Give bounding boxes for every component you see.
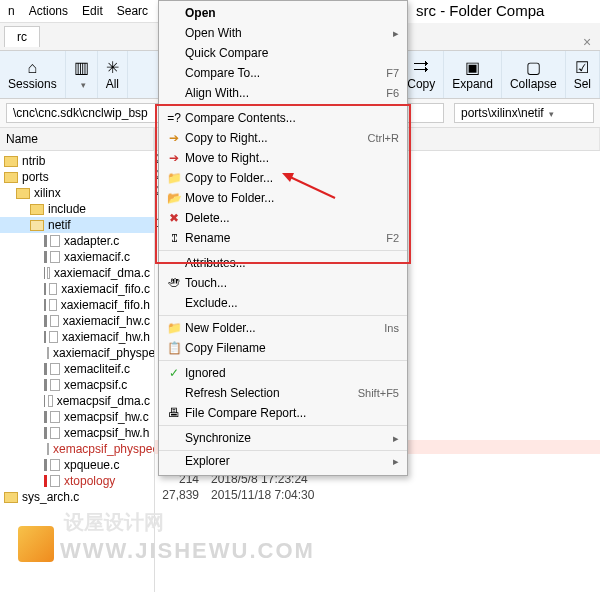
touch-icon: 🖑 [163, 276, 185, 290]
diff-bar-icon [44, 283, 46, 295]
file-node[interactable]: xemacpsif_physpeed [0, 441, 154, 457]
folder-node[interactable]: sys_arch.c [0, 489, 154, 505]
diff-bar-icon [44, 427, 47, 439]
file-icon [50, 251, 60, 263]
home-icon: ⌂ [28, 59, 38, 77]
ctx-copy-filename[interactable]: 📋Copy Filename [159, 338, 407, 358]
ctx-open[interactable]: Open [159, 3, 407, 23]
print-icon: 🖶 [163, 406, 185, 420]
file-icon [47, 267, 50, 279]
file-node[interactable]: xaxiemacif_hw.c [0, 313, 154, 329]
collapse-icon: ▢ [526, 59, 541, 77]
ctx-report[interactable]: 🖶File Compare Report... [159, 403, 407, 423]
folder-icon [4, 172, 18, 183]
folder-copy-icon: 📁 [163, 171, 185, 185]
file-icon [50, 475, 60, 487]
diff-bar-icon [44, 299, 46, 311]
ctx-move-to-folder[interactable]: 📂Move to Folder... [159, 188, 407, 208]
menu-item[interactable]: Searc [117, 4, 148, 18]
arrow-right-icon: ➔ [163, 131, 185, 145]
ctx-new-folder[interactable]: 📁New Folder...Ins [159, 318, 407, 338]
ctx-copy-to-right[interactable]: ➔Copy to Right...Ctrl+R [159, 128, 407, 148]
file-node[interactable]: xemacpsif_hw.h [0, 425, 154, 441]
file-icon [49, 299, 57, 311]
file-node[interactable]: xaxiemacif_dma.c [0, 265, 154, 281]
menu-item[interactable]: n [8, 4, 15, 18]
file-node[interactable]: xaxiemacif.c [0, 249, 154, 265]
compare-icon: =? [163, 111, 185, 125]
file-icon [50, 235, 60, 247]
diff-bar-icon [44, 235, 47, 247]
ctx-ignored[interactable]: ✓Ignored [159, 363, 407, 383]
diff-bar-icon [44, 475, 47, 487]
file-node[interactable]: xpqueue.c [0, 457, 154, 473]
copy-icon: ⮆ [413, 59, 429, 77]
file-icon [50, 315, 59, 327]
menu-item[interactable]: Actions [29, 4, 68, 18]
ctx-refresh[interactable]: Refresh SelectionShift+F5 [159, 383, 407, 403]
ctx-quick-compare[interactable]: Quick Compare [159, 43, 407, 63]
copy-name-icon: 📋 [163, 341, 185, 355]
folder-icon [16, 188, 30, 199]
file-icon [49, 283, 57, 295]
collapse-button[interactable]: ▢Collapse [502, 51, 566, 98]
ctx-align-with[interactable]: Align With...F6 [159, 83, 407, 103]
folder-icon [30, 220, 44, 231]
ctx-compare-to[interactable]: Compare To...F7 [159, 63, 407, 83]
ctx-delete[interactable]: ✖Delete... [159, 208, 407, 228]
diff-bar-icon [44, 315, 47, 327]
file-node[interactable]: xemacpsif.c [0, 377, 154, 393]
folder-icon [4, 156, 18, 167]
col-name[interactable]: Name [0, 128, 154, 150]
file-node[interactable]: xemacpsif_hw.c [0, 409, 154, 425]
chevron-down-icon: ▾ [81, 80, 86, 90]
ctx-touch[interactable]: 🖑Touch... [159, 273, 407, 293]
ctx-open-with[interactable]: Open With▸ [159, 23, 407, 43]
select-button[interactable]: ☑Sel [566, 51, 600, 98]
expand-button[interactable]: ▣Expand [444, 51, 502, 98]
close-tab-icon[interactable]: × [580, 34, 594, 50]
folder-icon [30, 204, 44, 215]
window-title: src - Folder Compa [408, 0, 600, 23]
folder-node[interactable]: xilinx [0, 185, 154, 201]
right-path-input[interactable]: ports\xilinx\netif ▾ [454, 103, 594, 123]
ctx-attributes[interactable]: Attributes... [159, 253, 407, 273]
ctx-rename[interactable]: ꞮRenameF2 [159, 228, 407, 248]
session-tab[interactable]: rc [4, 26, 40, 47]
menu-item[interactable]: Edit [82, 4, 103, 18]
ctx-synchronize[interactable]: Synchronize▸ [159, 428, 407, 448]
file-icon [49, 331, 58, 343]
ctx-copy-to-folder[interactable]: 📁Copy to Folder... [159, 168, 407, 188]
new-folder-icon: 📁 [163, 321, 185, 335]
folder-node[interactable]: include [0, 201, 154, 217]
file-node[interactable]: xaxiemacif_fifo.h [0, 297, 154, 313]
sessions-icon: ▥ [74, 59, 89, 77]
file-icon [50, 411, 60, 423]
diff-bar-icon [44, 331, 46, 343]
file-row[interactable]: 27,8392015/11/18 7:04:30 [155, 487, 600, 503]
folder-move-icon: 📂 [163, 191, 185, 205]
file-node[interactable]: xtopology [0, 473, 154, 489]
file-node[interactable]: xemacliteif.c [0, 361, 154, 377]
folder-icon [4, 492, 18, 503]
file-node[interactable]: xemacpsif_dma.c [0, 393, 154, 409]
file-node[interactable]: xadapter.c [0, 233, 154, 249]
ctx-move-to-right[interactable]: ➔Move to Right... [159, 148, 407, 168]
folder-node[interactable]: ntrib [0, 153, 154, 169]
sessions-button[interactable]: ▥ ▾ [66, 51, 98, 98]
diff-bar-icon [44, 251, 47, 263]
folder-node[interactable]: ports [0, 169, 154, 185]
all-button[interactable]: ✳All [98, 51, 128, 98]
home-button[interactable]: ⌂Sessions [0, 51, 66, 98]
file-node[interactable]: xaxiemacif_fifo.c [0, 281, 154, 297]
chevron-down-icon[interactable]: ▾ [549, 109, 554, 119]
move-right-icon: ➔ [163, 151, 185, 165]
file-node[interactable]: xaxiemacif_hw.h [0, 329, 154, 345]
ctx-explorer[interactable]: Explorer▸ [159, 451, 407, 471]
ctx-compare-contents[interactable]: =?Compare Contents... [159, 108, 407, 128]
folder-node[interactable]: netif [0, 217, 154, 233]
file-node[interactable]: xaxiemacif_physpe [0, 345, 154, 361]
ctx-exclude[interactable]: Exclude... [159, 293, 407, 313]
diff-bar-icon [44, 411, 47, 423]
diff-bar-icon [44, 363, 47, 375]
